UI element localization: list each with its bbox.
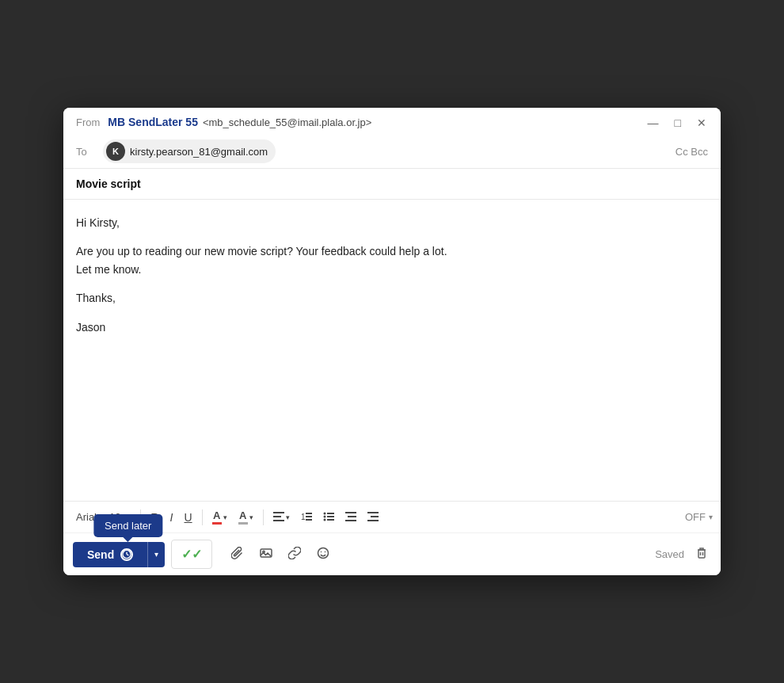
recipient-email: kirsty.pearson_81@gmail.com xyxy=(130,146,268,158)
send-later-chevron: ▾ xyxy=(154,550,158,559)
off-chevron: ▾ xyxy=(709,513,713,521)
svg-point-7 xyxy=(323,512,325,514)
svg-rect-0 xyxy=(273,512,284,513)
image-button[interactable] xyxy=(253,542,279,567)
minimize-button[interactable]: — xyxy=(645,116,662,130)
saved-label: Saved xyxy=(655,548,684,560)
ordered-list-button[interactable]: 1. xyxy=(296,508,317,527)
separator-2 xyxy=(202,509,203,525)
svg-rect-1 xyxy=(273,516,281,517)
from-label: From xyxy=(76,116,100,128)
underline-button[interactable]: U xyxy=(180,508,197,527)
attachment-icon xyxy=(231,547,244,563)
body-paragraph: Are you up to reading our new movie scri… xyxy=(76,242,708,278)
link-icon xyxy=(288,547,301,563)
svg-rect-10 xyxy=(327,513,334,514)
svg-point-25 xyxy=(321,551,322,552)
indent-decrease-icon xyxy=(345,511,356,524)
recipient-chip[interactable]: K kirsty.pearson_81@gmail.com xyxy=(103,139,276,163)
svg-rect-18 xyxy=(367,520,379,521)
subject-row: Movie script xyxy=(63,169,721,200)
svg-rect-15 xyxy=(345,520,356,521)
svg-rect-27 xyxy=(698,550,705,558)
send-button-group: Send ▾ Send later xyxy=(73,542,165,567)
unordered-list-icon xyxy=(323,511,334,524)
saved-area: Saved xyxy=(655,544,711,565)
body-signature: Jason xyxy=(76,319,708,336)
separator-3 xyxy=(263,509,264,525)
svg-rect-5 xyxy=(306,516,312,517)
to-row: To K kirsty.pearson_81@gmail.com Cc Bcc xyxy=(63,135,721,169)
svg-line-21 xyxy=(127,555,128,555)
send-toolbar: Send ▾ Send later ✓ xyxy=(63,533,721,575)
unordered-list-button[interactable] xyxy=(318,508,339,527)
cc-bcc-button[interactable]: Cc Bcc xyxy=(676,146,708,158)
body-line3: Let me know. xyxy=(76,263,142,276)
action-icons xyxy=(225,542,336,567)
italic-button[interactable]: I xyxy=(166,508,178,527)
align-icon xyxy=(273,511,284,524)
svg-rect-2 xyxy=(273,520,284,521)
align-button[interactable]: ▾ xyxy=(268,508,295,527)
subject-text: Movie script xyxy=(76,177,141,190)
delete-button[interactable] xyxy=(692,544,711,565)
close-button[interactable]: ✕ xyxy=(694,116,710,130)
highlight-chevron: ▾ xyxy=(249,513,253,521)
bold-button[interactable]: B xyxy=(146,508,163,527)
send-later-dropdown-button[interactable]: ▾ Send later xyxy=(147,542,165,567)
indent-increase-icon xyxy=(367,511,379,524)
svg-rect-17 xyxy=(371,516,379,517)
email-body[interactable]: Hi Kirsty, Are you up to reading our new… xyxy=(63,200,721,501)
ordered-list-icon: 1. xyxy=(301,511,312,524)
check-icon: ✓✓ xyxy=(181,547,202,562)
off-label: OFF xyxy=(685,511,706,523)
body-greeting: Hi Kirsty, xyxy=(76,214,708,231)
emoji-icon xyxy=(317,547,329,563)
svg-point-8 xyxy=(323,515,325,517)
indent-increase-button[interactable] xyxy=(363,508,383,527)
svg-rect-13 xyxy=(345,512,356,513)
image-icon xyxy=(260,547,272,563)
recipient-avatar: K xyxy=(106,142,125,161)
svg-rect-6 xyxy=(306,519,312,521)
indent-decrease-button[interactable] xyxy=(341,508,361,527)
formatting-toolbar: Arial 10 B I U A ▾ A ▾ xyxy=(63,502,721,533)
svg-point-26 xyxy=(325,551,326,552)
send-label: Send xyxy=(87,548,114,561)
check-button[interactable]: ✓✓ xyxy=(171,540,212,569)
font-size-button[interactable]: 10 xyxy=(106,509,129,525)
window-controls: — □ ✕ xyxy=(645,116,710,130)
highlight-button[interactable]: A ▾ xyxy=(234,506,258,528)
align-chevron: ▾ xyxy=(286,513,290,521)
body-thanks: Thanks, xyxy=(76,289,708,307)
compose-window: From MB SendLater 55 <mb_schedule_55@ima… xyxy=(63,108,721,575)
body-line2: Are you up to reading our new movie scri… xyxy=(76,245,447,258)
svg-rect-14 xyxy=(348,516,356,517)
link-button[interactable] xyxy=(282,542,307,567)
title-bar: From MB SendLater 55 <mb_schedule_55@ima… xyxy=(63,108,721,135)
svg-rect-12 xyxy=(327,519,334,521)
highlight-icon: A xyxy=(238,509,248,525)
maximize-button[interactable]: □ xyxy=(672,116,684,130)
svg-rect-16 xyxy=(367,512,379,513)
font-color-chevron: ▾ xyxy=(223,513,227,521)
send-clock-icon xyxy=(120,548,133,561)
svg-point-24 xyxy=(318,548,329,558)
to-label: To xyxy=(76,146,95,158)
off-toggle[interactable]: OFF ▾ xyxy=(685,511,713,523)
sender-name: MB SendLater 55 xyxy=(108,116,198,128)
sender-email: <mb_schedule_55@imail.plala.or.jp> xyxy=(203,116,371,128)
emoji-button[interactable] xyxy=(310,542,336,567)
font-color-icon: A xyxy=(212,509,222,525)
separator-1 xyxy=(140,509,141,525)
font-name-label: Arial xyxy=(71,509,101,525)
toolbar-area: Arial 10 B I U A ▾ A ▾ xyxy=(63,501,721,575)
delete-icon xyxy=(695,547,708,562)
svg-rect-11 xyxy=(327,516,334,517)
svg-rect-4 xyxy=(306,513,312,514)
font-color-button[interactable]: A ▾ xyxy=(207,506,232,528)
send-button[interactable]: Send xyxy=(73,542,147,567)
svg-point-9 xyxy=(323,518,325,521)
attachment-button[interactable] xyxy=(225,542,250,567)
